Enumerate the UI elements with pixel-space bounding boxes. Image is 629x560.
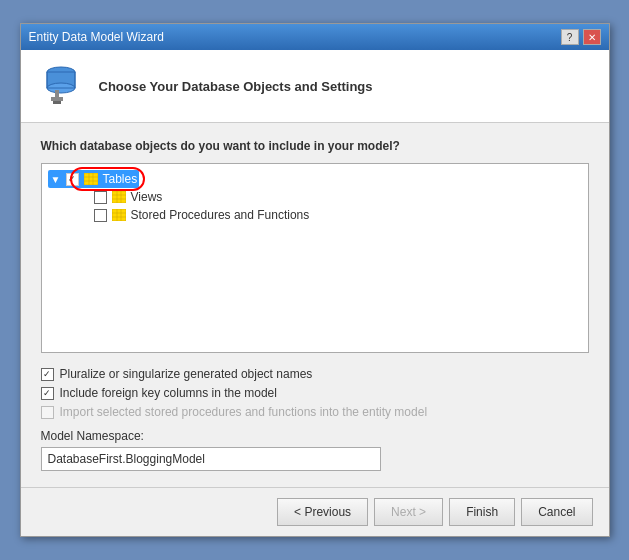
database-icon bbox=[37, 62, 85, 110]
header-area: Choose Your Database Objects and Setting… bbox=[21, 50, 609, 123]
tree-item-views[interactable]: Views bbox=[76, 188, 582, 206]
close-button[interactable]: ✕ bbox=[583, 29, 601, 45]
svg-rect-9 bbox=[84, 173, 98, 185]
options-section: Pluralize or singularize generated objec… bbox=[41, 367, 589, 419]
svg-rect-19 bbox=[112, 209, 126, 221]
views-label: Views bbox=[131, 190, 163, 204]
cancel-button[interactable]: Cancel bbox=[521, 498, 592, 526]
tables-arrow: ▼ bbox=[50, 174, 62, 185]
svg-rect-7 bbox=[51, 97, 63, 101]
sp-label: Stored Procedures and Functions bbox=[131, 208, 310, 222]
namespace-input[interactable] bbox=[41, 447, 381, 471]
pluralize-label: Pluralize or singularize generated objec… bbox=[60, 367, 313, 381]
header-title: Choose Your Database Objects and Setting… bbox=[99, 79, 373, 94]
footer: < Previous Next > Finish Cancel bbox=[21, 487, 609, 536]
title-bar: Entity Data Model Wizard ? ✕ bbox=[21, 24, 609, 50]
title-bar-left: Entity Data Model Wizard bbox=[29, 30, 164, 44]
finish-button[interactable]: Finish bbox=[449, 498, 515, 526]
namespace-label: Model Namespace: bbox=[41, 429, 589, 443]
tree-item-stored-procedures[interactable]: Stored Procedures and Functions bbox=[76, 206, 582, 224]
tree-box[interactable]: ▼ Tables bbox=[41, 163, 589, 353]
tree-item-tables[interactable]: ▼ Tables bbox=[48, 170, 140, 188]
option-pluralize: Pluralize or singularize generated objec… bbox=[41, 367, 589, 381]
section-question: Which database objects do you want to in… bbox=[41, 139, 589, 153]
tables-checkbox[interactable] bbox=[66, 173, 79, 186]
svg-rect-14 bbox=[112, 191, 126, 203]
tables-label: Tables bbox=[103, 172, 138, 186]
option-import-stored: Import selected stored procedures and fu… bbox=[41, 405, 589, 419]
sp-icon bbox=[111, 208, 127, 222]
content-area: Which database objects do you want to in… bbox=[21, 123, 609, 487]
import-stored-label: Import selected stored procedures and fu… bbox=[60, 405, 428, 419]
title-bar-controls: ? ✕ bbox=[561, 29, 601, 45]
svg-rect-6 bbox=[55, 90, 59, 98]
import-stored-checkbox bbox=[41, 406, 54, 419]
pluralize-checkbox[interactable] bbox=[41, 368, 54, 381]
foreign-keys-checkbox[interactable] bbox=[41, 387, 54, 400]
tables-row-wrapper: ▼ Tables bbox=[48, 170, 140, 188]
views-icon bbox=[111, 190, 127, 204]
svg-rect-8 bbox=[53, 101, 61, 104]
option-foreign-keys: Include foreign key columns in the model bbox=[41, 386, 589, 400]
sp-checkbox[interactable] bbox=[94, 209, 107, 222]
tables-icon bbox=[83, 172, 99, 186]
views-checkbox[interactable] bbox=[94, 191, 107, 204]
window-title: Entity Data Model Wizard bbox=[29, 30, 164, 44]
foreign-keys-label: Include foreign key columns in the model bbox=[60, 386, 277, 400]
wizard-window: Entity Data Model Wizard ? ✕ bbox=[20, 23, 610, 537]
next-button[interactable]: Next > bbox=[374, 498, 443, 526]
help-button[interactable]: ? bbox=[561, 29, 579, 45]
previous-button[interactable]: < Previous bbox=[277, 498, 368, 526]
